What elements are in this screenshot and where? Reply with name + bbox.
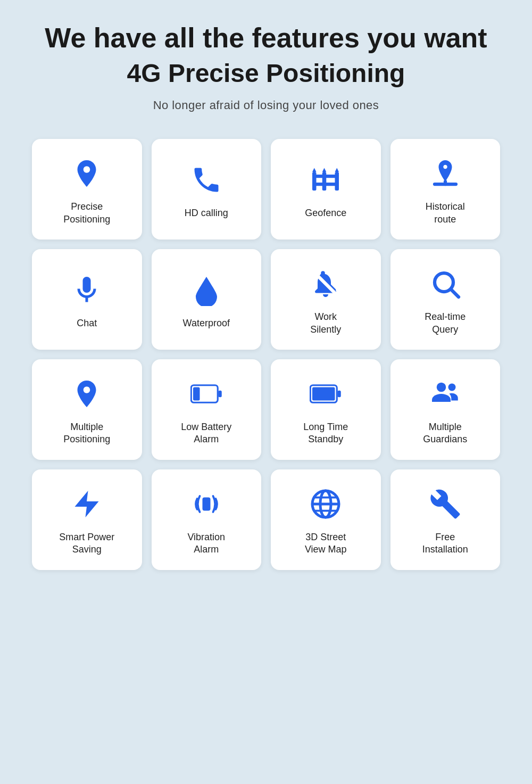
svg-marker-3 — [312, 168, 317, 172]
location-icon — [71, 155, 103, 192]
battery-full-icon — [310, 375, 342, 412]
feature-label-long-time-standby: Long Time Standby — [303, 421, 348, 446]
feature-card-multiple-positioning: Multiple Positioning — [32, 359, 142, 460]
feature-card-work-silently: Work Silently — [271, 249, 381, 350]
drop-icon — [190, 271, 222, 309]
feature-card-realtime-query: Real-time Query — [390, 249, 501, 350]
svg-marker-4 — [322, 168, 327, 172]
feature-label-smart-power-saving: Smart Power Saving — [59, 531, 114, 556]
feature-label-multiple-positioning: Multiple Positioning — [63, 421, 110, 446]
feature-label-historical-route: Historical route — [426, 201, 465, 226]
location2-icon — [71, 375, 103, 412]
phone-icon — [190, 161, 222, 199]
feature-card-multiple-guardians: Multiple Guardians — [390, 359, 501, 460]
svg-rect-17 — [338, 391, 341, 398]
search-icon — [429, 265, 461, 302]
wrench-icon — [429, 485, 461, 523]
svg-point-20 — [448, 383, 455, 391]
svg-rect-14 — [218, 391, 221, 398]
feature-card-historical-route: Historical route — [390, 139, 501, 240]
feature-card-smart-power-saving: Smart Power Saving — [32, 469, 142, 570]
battery-low-icon — [190, 375, 222, 412]
svg-point-19 — [437, 383, 446, 392]
header-desc: No longer afraid of losing your loved on… — [45, 98, 487, 112]
feature-card-hd-calling: HD calling — [152, 139, 262, 240]
feature-card-free-installation: Free Installation — [390, 469, 501, 570]
svg-rect-7 — [312, 183, 339, 186]
fence-icon — [310, 161, 342, 199]
feature-label-3d-street-view: 3D Street View Map — [305, 531, 347, 556]
feature-label-realtime-query: Real-time Query — [425, 311, 466, 336]
feature-card-geofence: Geofence — [271, 139, 381, 240]
svg-rect-18 — [312, 387, 335, 400]
header-line1: We have all the features you want — [45, 21, 487, 54]
feature-label-geofence: Geofence — [305, 207, 346, 219]
feature-card-waterproof: Waterproof — [152, 249, 262, 350]
feature-card-chat: Chat — [32, 249, 142, 350]
bell-off-icon — [310, 265, 342, 302]
svg-rect-6 — [312, 175, 339, 178]
feature-card-precise-positioning: Precise Positioning — [32, 139, 142, 240]
header-line2: 4G Precise Positioning — [45, 59, 487, 88]
svg-rect-15 — [193, 387, 200, 400]
page-header: We have all the features you want 4G Pre… — [45, 21, 487, 112]
feature-card-vibration-alarm: Vibration Alarm — [152, 469, 262, 570]
svg-rect-22 — [202, 497, 210, 510]
feature-label-waterproof: Waterproof — [183, 317, 230, 329]
feature-card-3d-street-view: 3D Street View Map — [271, 469, 381, 570]
feature-label-hd-calling: HD calling — [185, 207, 228, 219]
feature-card-low-battery-alarm: Low Battery Alarm — [152, 359, 262, 460]
route-icon — [429, 155, 461, 192]
globe-icon — [310, 485, 342, 523]
feature-label-multiple-guardians: Multiple Guardians — [423, 421, 467, 446]
mic-icon — [71, 271, 103, 309]
features-grid: Precise Positioning HD calling Geofence … — [32, 139, 500, 570]
svg-line-12 — [451, 290, 459, 297]
feature-label-chat: Chat — [77, 317, 97, 329]
svg-marker-21 — [75, 491, 99, 517]
feature-label-precise-positioning: Precise Positioning — [63, 201, 110, 226]
feature-label-low-battery-alarm: Low Battery Alarm — [181, 421, 231, 446]
vibration-icon — [190, 485, 222, 523]
bolt-icon — [71, 485, 103, 523]
feature-label-work-silently: Work Silently — [310, 311, 341, 336]
svg-marker-5 — [335, 168, 339, 172]
feature-label-vibration-alarm: Vibration Alarm — [187, 531, 225, 556]
feature-card-long-time-standby: Long Time Standby — [271, 359, 381, 460]
users-icon — [429, 375, 461, 412]
feature-label-free-installation: Free Installation — [422, 531, 468, 556]
